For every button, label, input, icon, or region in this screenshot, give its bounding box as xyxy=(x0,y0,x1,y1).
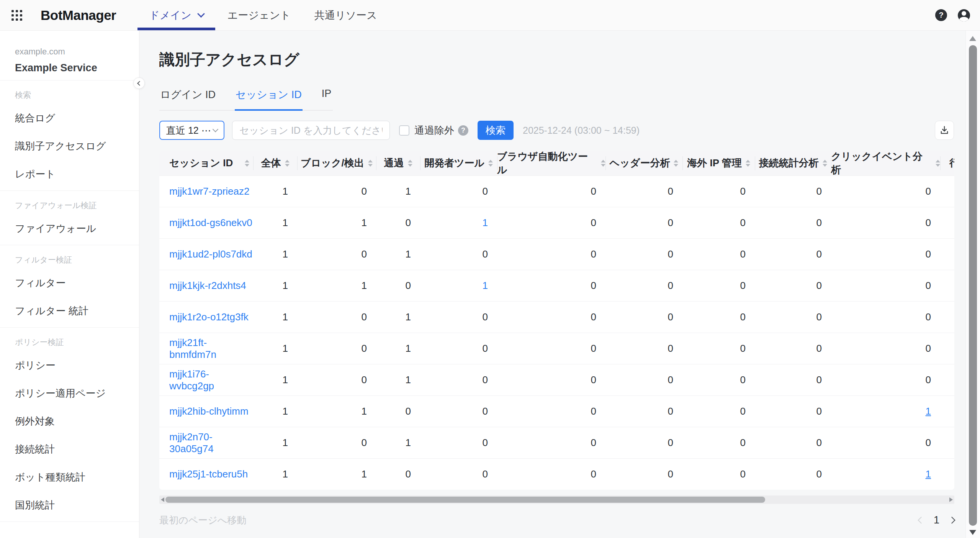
topbar-right: ? xyxy=(935,9,970,21)
time-range-value: 直近 12 ⋯ xyxy=(166,124,211,137)
value-cell: 0 xyxy=(682,217,755,229)
value-cell: 1 xyxy=(420,217,497,229)
nav-item-link[interactable]: 共通リソース xyxy=(303,0,389,30)
horizontal-scrollbar-thumb[interactable] xyxy=(165,497,765,503)
session-id-link[interactable]: mjjk1wr7-zprieaz2 xyxy=(169,185,250,197)
help-icon[interactable]: ? xyxy=(935,9,947,21)
sidebar-item[interactable]: 統合ログ xyxy=(0,104,139,132)
value-cell: 0 xyxy=(682,248,755,260)
session-id-link[interactable]: mjjk1r2o-o12tg3fk xyxy=(169,311,249,323)
column-header[interactable]: 行 xyxy=(940,151,954,176)
value-cell: 1 xyxy=(376,437,420,449)
previous-page-icon[interactable] xyxy=(918,517,924,523)
sidebar-group-label: 検索 xyxy=(15,90,139,100)
horizontal-scrollbar[interactable] xyxy=(159,495,954,504)
sidebar-item[interactable]: 接続統計 xyxy=(0,435,139,463)
value-cell: 0 xyxy=(420,185,497,197)
exclude-passed-checkbox[interactable] xyxy=(399,125,409,136)
scroll-left-arrow-icon[interactable] xyxy=(161,497,164,502)
sort-arrows-icon xyxy=(488,160,493,167)
column-header[interactable]: ブロック/検出 xyxy=(297,151,376,176)
session-id-link[interactable]: mjjk2hib-clhytimm xyxy=(169,405,249,417)
sort-down-icon xyxy=(368,164,373,167)
session-id-cell: mjjk1i76-wvbcg2gp xyxy=(159,368,253,392)
value-cell: 0 xyxy=(755,185,831,197)
value-cell: 0 xyxy=(297,185,376,197)
value-cell: 0 xyxy=(497,374,605,386)
nav-item-active[interactable]: ドメイン xyxy=(137,0,215,30)
sidebar-item[interactable]: フィルター xyxy=(0,269,139,297)
session-id-link[interactable]: mjjk2n70-30a05g74 xyxy=(169,431,214,454)
value-link[interactable]: 1 xyxy=(926,405,931,417)
sidebar-item[interactable]: ボット種類統計 xyxy=(0,463,139,491)
session-id-cell: mjjkt1od-gs6nekv0 xyxy=(159,217,253,229)
date-range-label: 2025-12-24 (03:00 ~ 14:59) xyxy=(523,125,640,136)
column-header[interactable]: セッション ID xyxy=(159,151,253,176)
value-cell: 0 xyxy=(682,185,755,197)
scroll-right-arrow-icon[interactable] xyxy=(949,497,953,502)
value-cell: 0 xyxy=(297,343,376,354)
download-button[interactable] xyxy=(935,121,954,140)
tab-active[interactable]: セッション ID xyxy=(235,88,303,110)
session-id-link[interactable]: mjjk1kjk-r2dxhts4 xyxy=(169,280,246,291)
sidebar-item[interactable]: 国別統計 xyxy=(0,491,139,519)
sort-up-icon xyxy=(823,160,827,162)
scroll-down-arrow-icon[interactable] xyxy=(969,530,976,535)
vertical-scrollbar-thumb[interactable] xyxy=(969,45,977,526)
sidebar-item[interactable]: ポリシー適用ページ xyxy=(0,379,139,407)
value-link[interactable]: 1 xyxy=(483,217,488,228)
tab-item[interactable]: ログイン ID xyxy=(159,88,216,110)
sidebar-item[interactable]: 例外対象 xyxy=(0,407,139,435)
go-first-page-link[interactable]: 最初のページへ移動 xyxy=(159,514,246,527)
sidebar-item[interactable]: フィルター 統計 xyxy=(0,297,139,325)
column-header[interactable]: 全体 xyxy=(253,151,297,176)
session-id-link[interactable]: mjjk1ud2-pl0s7dkd xyxy=(169,248,252,260)
time-range-select[interactable]: 直近 12 ⋯ xyxy=(159,121,224,140)
session-id-link[interactable]: mjjk1i76-wvbcg2gp xyxy=(169,368,214,392)
account-icon[interactable] xyxy=(958,9,970,21)
search-button[interactable]: 検索 xyxy=(478,121,514,140)
value-link[interactable]: 1 xyxy=(483,280,488,291)
sidebar-group-label: フィルター検証 xyxy=(15,254,139,265)
column-header[interactable]: ヘッダー分析 xyxy=(605,151,682,176)
next-page-icon[interactable] xyxy=(948,517,955,523)
value-link[interactable]: 1 xyxy=(926,468,931,480)
column-header-label: 接続統計分析 xyxy=(759,156,819,170)
sort-down-icon xyxy=(285,164,290,167)
session-id-cell: mjjk2n70-30a05g74 xyxy=(159,431,253,455)
sidebar-collapse-button[interactable] xyxy=(133,77,145,89)
filter-row: 直近 12 ⋯ 通過除外 ? 検索 2025-12-24 (03:00 ~ 14… xyxy=(159,121,954,140)
scroll-up-arrow-icon[interactable] xyxy=(969,36,976,41)
session-id-link[interactable]: mjjkt1od-gs6nekv0 xyxy=(169,217,252,228)
column-header[interactable]: 通過 xyxy=(376,151,420,176)
column-header[interactable]: 海外 IP 管理 xyxy=(682,151,755,176)
sidebar-item[interactable]: ポリシー xyxy=(0,351,139,379)
main-content: 識別子アクセスログ ログイン IDセッション IDIP 直近 12 ⋯ 通過除外… xyxy=(139,31,965,538)
app-body: example.com Example Service 検索統合ログ識別子アクセ… xyxy=(0,31,980,538)
sidebar-group-label: ポリシー検証 xyxy=(15,337,139,348)
sort-down-icon xyxy=(601,164,605,167)
value-cell: 0 xyxy=(376,280,420,292)
nav-item-link[interactable]: エージェント xyxy=(216,0,302,30)
value-cell: 0 xyxy=(831,248,940,260)
sidebar-item[interactable]: 識別子アクセスログ xyxy=(0,132,139,160)
column-header[interactable]: ブラウザ自動化ツール xyxy=(497,151,605,176)
vertical-scrollbar[interactable] xyxy=(965,31,980,538)
tab-bar: ログイン IDセッション IDIP xyxy=(159,88,333,111)
session-id-input[interactable] xyxy=(232,121,390,140)
session-id-link[interactable]: mjjk25j1-tcberu5h xyxy=(169,468,248,480)
column-header[interactable]: 開発者ツール xyxy=(420,151,497,176)
sidebar-item[interactable]: レポート xyxy=(0,160,139,188)
tab-item[interactable]: IP xyxy=(321,88,332,110)
apps-grid-icon[interactable] xyxy=(11,10,22,21)
help-tooltip-icon[interactable]: ? xyxy=(458,125,468,136)
value-cell: 1 xyxy=(253,280,297,292)
value-cell: 0 xyxy=(420,248,497,260)
table-row: mjjk2n70-30a05g74101000000 xyxy=(159,427,954,458)
column-header[interactable]: クリックイベント分析 xyxy=(831,151,940,176)
sidebar-item[interactable]: ファイアウォール xyxy=(0,215,139,243)
value-cell: 0 xyxy=(605,248,682,260)
session-id-link[interactable]: mjjk21ft-bnmfdm7n xyxy=(169,337,216,360)
column-header[interactable]: 接続統計分析 xyxy=(755,151,831,176)
table-row: mjjk21ft-bnmfdm7n101000000 xyxy=(159,333,954,364)
